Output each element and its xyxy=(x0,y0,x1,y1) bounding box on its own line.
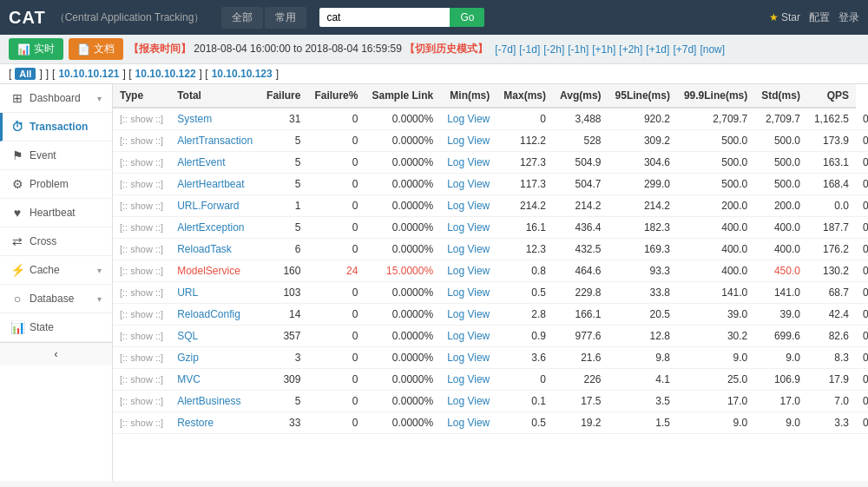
cell-5[interactable]: Log View xyxy=(440,130,496,152)
sidebar-item-event[interactable]: ⚑Event xyxy=(0,141,112,170)
table-row: [:: show ::]ReloadConfig1400.0000%Log Vi… xyxy=(113,304,868,326)
cell-1[interactable]: ReloadTask xyxy=(170,239,260,260)
cell-0[interactable]: [:: show ::] xyxy=(113,239,170,260)
cell-0[interactable]: [:: show ::] xyxy=(113,260,170,282)
search-input[interactable] xyxy=(319,8,450,27)
cell-10: 500.0 xyxy=(754,174,807,195)
cell-8: 309.2 xyxy=(608,130,677,152)
cell-0[interactable]: [:: show ::] xyxy=(113,195,170,217)
time-link[interactable]: [-2h] xyxy=(543,43,564,56)
cell-1[interactable]: AlertHeartbeat xyxy=(170,174,260,195)
cell-5[interactable]: Log View xyxy=(440,174,496,195)
data-table: TypeTotalFailureFailure%Sample LinkMin(m… xyxy=(113,84,868,434)
cell-1[interactable]: AlertBusiness xyxy=(170,391,260,412)
cell-5[interactable]: Log View xyxy=(440,282,496,304)
sidebar-item-heartbeat[interactable]: ♥Heartbeat xyxy=(0,199,112,227)
cell-10: 9.0 xyxy=(754,347,807,369)
time-link[interactable]: [+2h] xyxy=(619,43,642,56)
ip-link-1[interactable]: 10.10.10.121 xyxy=(58,68,119,80)
cell-9: 400.0 xyxy=(677,239,754,260)
sidebar-item-transaction[interactable]: ⏱Transaction xyxy=(0,113,112,141)
cell-5[interactable]: Log View xyxy=(440,260,496,282)
time-link[interactable]: [-1d] xyxy=(519,43,540,56)
cell-1[interactable]: URL.Forward xyxy=(170,195,260,217)
cell-5[interactable]: Log View xyxy=(440,239,496,260)
cell-9: 9.0 xyxy=(677,347,754,369)
docs-button[interactable]: 📄 文档 xyxy=(69,38,123,60)
realtime-button[interactable]: 📊 实时 xyxy=(9,38,63,60)
cell-5[interactable]: Log View xyxy=(440,108,496,130)
ip-link-2[interactable]: 10.10.10.122 xyxy=(135,68,196,80)
cell-0[interactable]: [:: show ::] xyxy=(113,108,170,130)
chevron-down-icon: ▾ xyxy=(97,294,102,304)
cell-1[interactable]: MVC xyxy=(170,369,260,391)
cell-5[interactable]: Log View xyxy=(440,152,496,174)
cell-0[interactable]: [:: show ::] xyxy=(113,326,170,347)
cell-0[interactable]: [:: show ::] xyxy=(113,152,170,174)
sidebar-item-cache[interactable]: ⚡Cache▾ xyxy=(0,256,112,285)
cell-8: 1.5 xyxy=(608,412,677,434)
sidebar-item-dashboard[interactable]: ⊞Dashboard▾ xyxy=(0,84,112,113)
cell-5[interactable]: Log View xyxy=(440,369,496,391)
sidebar-collapse-button[interactable]: ‹ xyxy=(0,342,112,365)
cell-1[interactable]: URL xyxy=(170,282,260,304)
cell-1[interactable]: AlertEvent xyxy=(170,152,260,174)
cell-3: 0 xyxy=(307,304,365,326)
cell-1[interactable]: AlertException xyxy=(170,217,260,239)
cell-5[interactable]: Log View xyxy=(440,412,496,434)
col-header-qps: QPS xyxy=(807,84,856,108)
cell-5[interactable]: Log View xyxy=(440,195,496,217)
login-button[interactable]: 登录 xyxy=(838,10,859,25)
cell-5[interactable]: Log View xyxy=(440,391,496,412)
cell-5[interactable]: Log View xyxy=(440,326,496,347)
time-link[interactable]: [+1d] xyxy=(646,43,669,56)
sidebar-item-label: Database xyxy=(30,293,74,305)
cell-4: 15.0000% xyxy=(365,260,440,282)
sidebar-item-state[interactable]: 📊State xyxy=(0,313,112,342)
cell-7: 504.9 xyxy=(553,152,608,174)
time-link[interactable]: [+7d] xyxy=(673,43,696,56)
config-button[interactable]: 配置 xyxy=(809,10,830,25)
time-link[interactable]: [-7d] xyxy=(495,43,516,56)
time-link[interactable]: [now] xyxy=(700,43,725,56)
ip-link-3[interactable]: 10.10.10.123 xyxy=(212,68,273,80)
cell-1[interactable]: System xyxy=(170,108,260,130)
cell-0[interactable]: [:: show ::] xyxy=(113,217,170,239)
cell-0[interactable]: [:: show ::] xyxy=(113,391,170,412)
cell-0[interactable]: [:: show ::] xyxy=(113,304,170,326)
cell-1[interactable]: Gzip xyxy=(170,347,260,369)
nav-common-button[interactable]: 常用 xyxy=(265,7,306,29)
cell-6: 0 xyxy=(496,369,553,391)
sidebar-item-label: State xyxy=(30,321,54,333)
col-header-std-ms-: Std(ms) xyxy=(754,84,807,108)
cell-0[interactable]: [:: show ::] xyxy=(113,369,170,391)
cell-0[interactable]: [:: show ::] xyxy=(113,174,170,195)
cell-1[interactable]: ReloadConfig xyxy=(170,304,260,326)
sidebar-item-problem[interactable]: ⚙Problem xyxy=(0,170,112,199)
heartbeat-icon: ♥ xyxy=(10,206,24,220)
nav-all-button[interactable]: 全部 xyxy=(221,7,263,29)
cell-5[interactable]: Log View xyxy=(440,347,496,369)
cell-7: 19.2 xyxy=(553,412,608,434)
cell-1[interactable]: AlertTransaction xyxy=(170,130,260,152)
cell-5[interactable]: Log View xyxy=(440,304,496,326)
cell-3: 0 xyxy=(307,217,365,239)
cell-1[interactable]: SQL xyxy=(170,326,260,347)
sidebar-item-cross[interactable]: ⇄Cross xyxy=(0,227,112,256)
cell-0[interactable]: [:: show ::] xyxy=(113,130,170,152)
cell-1[interactable]: ModelService xyxy=(170,260,260,282)
cell-0[interactable]: [:: show ::] xyxy=(113,282,170,304)
all-badge[interactable]: All xyxy=(15,68,36,80)
cell-5[interactable]: Log View xyxy=(440,217,496,239)
cell-0[interactable]: [:: show ::] xyxy=(113,412,170,434)
cell-1[interactable]: Restore xyxy=(170,412,260,434)
time-link[interactable]: [-1h] xyxy=(568,43,589,56)
search-button[interactable]: Go xyxy=(450,8,484,27)
sidebar-item-database[interactable]: ○Database▾ xyxy=(0,285,112,313)
cell-0[interactable]: [:: show ::] xyxy=(113,347,170,369)
cell-3: 0 xyxy=(307,130,365,152)
cell-8: 12.8 xyxy=(608,326,677,347)
star-button[interactable]: ★ Star xyxy=(769,11,800,23)
time-link[interactable]: [+1h] xyxy=(592,43,615,56)
history-btn[interactable]: 【切到历史模式】 xyxy=(404,43,488,55)
